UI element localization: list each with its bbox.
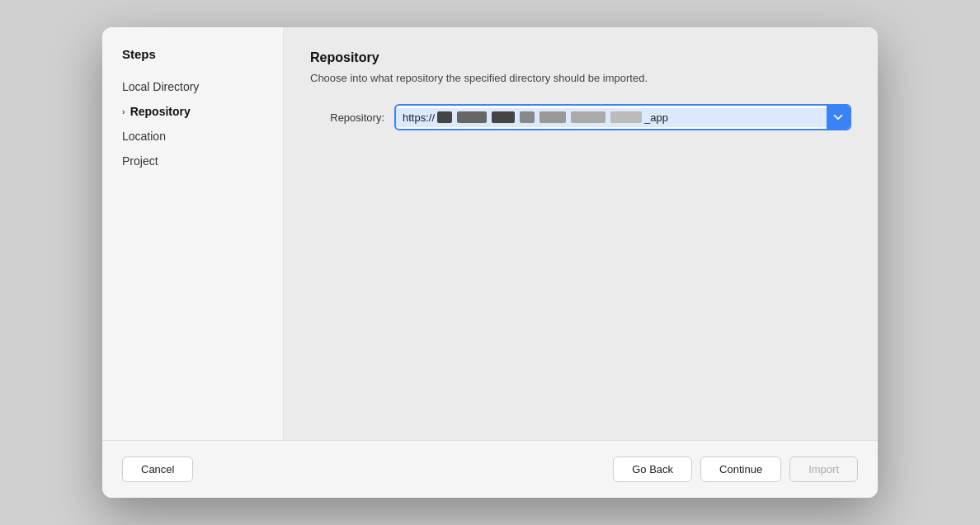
- chevron-down-icon: [832, 111, 844, 123]
- repository-dropdown[interactable]: https:// _app: [394, 104, 851, 130]
- redacted-7: [610, 111, 642, 123]
- redacted-2: [457, 111, 487, 123]
- sidebar-item-location[interactable]: Location: [102, 124, 283, 149]
- import-button: Import: [789, 456, 858, 482]
- repository-form-row: Repository: https:// _app: [310, 104, 851, 130]
- repository-label: Repository:: [310, 111, 384, 124]
- sidebar-item-label: Repository: [130, 105, 191, 118]
- footer-right-buttons: Go Back Continue Import: [613, 456, 858, 482]
- continue-button[interactable]: Continue: [700, 456, 781, 482]
- repository-value: https:// _app: [396, 108, 827, 127]
- sidebar-item-label: Location: [122, 130, 166, 143]
- sidebar-item-project[interactable]: Project: [102, 149, 283, 173]
- repo-url-suffix: _app: [644, 111, 668, 124]
- import-dialog: Steps Local Directory › Repository Locat…: [102, 27, 878, 498]
- sidebar-item-local-directory[interactable]: Local Directory: [102, 74, 283, 99]
- sidebar-item-label: Local Directory: [122, 80, 199, 93]
- sidebar-item-repository[interactable]: › Repository: [102, 99, 283, 124]
- section-description: Choose into what repository the specifie…: [310, 72, 851, 84]
- redacted-4: [520, 111, 535, 123]
- main-content: Repository Choose into what repository t…: [284, 27, 878, 440]
- sidebar-item-label: Project: [122, 154, 158, 168]
- steps-heading: Steps: [102, 47, 283, 74]
- redacted-5: [539, 111, 566, 123]
- dialog-footer: Cancel Go Back Continue Import: [102, 440, 878, 498]
- chevron-right-icon: ›: [122, 106, 125, 116]
- dialog-body: Steps Local Directory › Repository Locat…: [102, 27, 878, 440]
- sidebar: Steps Local Directory › Repository Locat…: [102, 27, 284, 440]
- repository-dropdown-button[interactable]: [827, 104, 850, 130]
- repo-url-prefix: https://: [403, 111, 435, 124]
- redacted-6: [571, 111, 605, 123]
- go-back-button[interactable]: Go Back: [613, 456, 692, 482]
- redacted-3: [492, 111, 515, 123]
- redacted-1: [437, 111, 452, 123]
- section-title: Repository: [310, 50, 851, 65]
- cancel-button[interactable]: Cancel: [122, 456, 193, 482]
